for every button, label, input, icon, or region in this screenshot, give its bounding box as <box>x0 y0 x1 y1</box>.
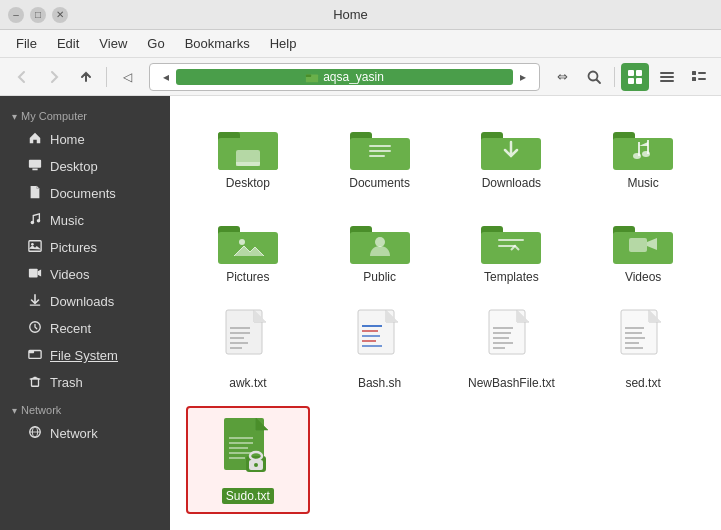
file-bash[interactable]: Bash.sh <box>318 300 442 398</box>
folder-public[interactable]: Public <box>318 206 442 292</box>
view-menu-button[interactable] <box>685 63 713 91</box>
menu-view[interactable]: View <box>91 33 135 54</box>
folder-templates-icon <box>479 214 543 266</box>
menu-view-icon <box>691 69 707 85</box>
close-button[interactable]: ✕ <box>52 7 68 23</box>
file-sed-label: sed.txt <box>625 376 660 390</box>
folder-documents[interactable]: Documents <box>318 112 442 198</box>
network-label: Network <box>21 404 61 416</box>
up-icon <box>78 69 94 85</box>
sidebar-item-downloads[interactable]: Downloads <box>4 288 166 315</box>
view-list-button[interactable] <box>653 63 681 91</box>
svg-rect-46 <box>218 232 278 264</box>
network-section[interactable]: ▾ Network <box>0 396 170 420</box>
list-view-icon <box>659 69 675 85</box>
location-right-arrow[interactable]: ▸ <box>513 70 533 84</box>
svg-point-17 <box>31 221 35 225</box>
menu-bookmarks[interactable]: Bookmarks <box>177 33 258 54</box>
sidebar-item-music[interactable]: Music <box>4 207 166 234</box>
search-button[interactable] <box>580 63 608 91</box>
network-icon <box>28 425 42 442</box>
file-area[interactable]: Desktop Documents Downloads <box>170 96 721 530</box>
file-sudo-label: Sudo.txt <box>222 488 274 504</box>
menu-help[interactable]: Help <box>262 33 305 54</box>
folder-downloads[interactable]: Downloads <box>450 112 574 198</box>
toggle-sidebar-button[interactable]: ◁ <box>113 63 141 91</box>
folder-small-icon <box>305 70 319 84</box>
menu-edit[interactable]: Edit <box>49 33 87 54</box>
grid-view-icon <box>627 69 643 85</box>
main-layout: ▾ My Computer Home Desktop Documents <box>0 96 721 530</box>
sidebar-pictures-label: Pictures <box>50 240 97 255</box>
toolbar: ◁ ◂ aqsa_yasin ▸ ⇔ <box>0 58 721 96</box>
sidebar-item-filesystem[interactable]: File System <box>4 342 166 369</box>
sidebar-item-pictures[interactable]: Pictures <box>4 234 166 261</box>
folder-music[interactable]: Music <box>581 112 705 198</box>
file-awk[interactable]: awk.txt <box>186 300 310 398</box>
sidebar-item-desktop[interactable]: Desktop <box>4 153 166 180</box>
forward-button[interactable] <box>40 63 68 91</box>
file-bash-label: Bash.sh <box>358 376 401 390</box>
sidebar-item-recent[interactable]: Recent <box>4 315 166 342</box>
music-icon <box>28 212 42 229</box>
sidebar-home-label: Home <box>50 132 85 147</box>
videos-icon <box>28 266 42 283</box>
folder-desktop[interactable]: Desktop <box>186 112 310 198</box>
titlebar: – □ ✕ Home <box>0 0 721 30</box>
svg-rect-8 <box>660 72 674 74</box>
svg-rect-10 <box>660 80 674 82</box>
svg-rect-1 <box>306 74 311 77</box>
svg-point-43 <box>633 153 641 159</box>
documents-icon <box>28 185 42 202</box>
svg-rect-14 <box>698 78 706 80</box>
toolbar-separator-1 <box>106 67 107 87</box>
minimize-button[interactable]: – <box>8 7 24 23</box>
sidebar-item-network[interactable]: Network <box>4 420 166 447</box>
back-button[interactable] <box>8 63 36 91</box>
file-sed[interactable]: sed.txt <box>581 300 705 398</box>
file-sudo-icon <box>220 416 276 484</box>
filesystem-icon <box>28 347 42 364</box>
svg-point-44 <box>642 151 650 157</box>
svg-rect-11 <box>692 71 696 75</box>
back-icon <box>14 69 30 85</box>
view-grid-button[interactable] <box>621 63 649 91</box>
svg-line-3 <box>597 79 601 83</box>
desktop-icon <box>28 158 42 175</box>
file-bash-icon <box>354 308 406 372</box>
folder-videos[interactable]: Videos <box>581 206 705 292</box>
file-newbash[interactable]: NewBashFile.txt <box>450 300 574 398</box>
maximize-button[interactable]: □ <box>30 7 46 23</box>
svg-rect-13 <box>692 77 696 81</box>
file-sed-icon <box>617 308 669 372</box>
window-controls[interactable]: – □ ✕ <box>8 7 68 23</box>
sidebar-item-home[interactable]: Home <box>4 126 166 153</box>
svg-rect-28 <box>30 378 41 379</box>
folder-public-label: Public <box>363 270 396 284</box>
svg-point-89 <box>254 463 258 467</box>
folder-templates[interactable]: Templates <box>450 206 574 292</box>
folder-music-icon <box>611 120 675 172</box>
sidebar-item-documents[interactable]: Documents <box>4 180 166 207</box>
sidebar-music-label: Music <box>50 213 84 228</box>
menu-file[interactable]: File <box>8 33 45 54</box>
sym-button[interactable]: ⇔ <box>548 63 576 91</box>
svg-rect-19 <box>29 241 41 252</box>
svg-rect-27 <box>33 377 37 379</box>
sidebar-item-videos[interactable]: Videos <box>4 261 166 288</box>
search-icon <box>586 69 602 85</box>
menu-go[interactable]: Go <box>139 33 172 54</box>
location-bar[interactable]: ◂ aqsa_yasin ▸ <box>149 63 540 91</box>
trash-icon <box>28 374 42 391</box>
toolbar-separator-2 <box>614 67 615 87</box>
sidebar-item-trash[interactable]: Trash <box>4 369 166 396</box>
location-folder: aqsa_yasin <box>176 69 513 85</box>
file-sudo[interactable]: Sudo.txt <box>186 406 310 514</box>
up-button[interactable] <box>72 63 100 91</box>
folder-downloads-label: Downloads <box>482 176 541 190</box>
location-left-arrow[interactable]: ◂ <box>156 67 176 87</box>
folder-downloads-icon <box>479 120 543 172</box>
my-computer-section[interactable]: ▾ My Computer <box>0 102 170 126</box>
folder-pictures[interactable]: Pictures <box>186 206 310 292</box>
sidebar-recent-label: Recent <box>50 321 91 336</box>
